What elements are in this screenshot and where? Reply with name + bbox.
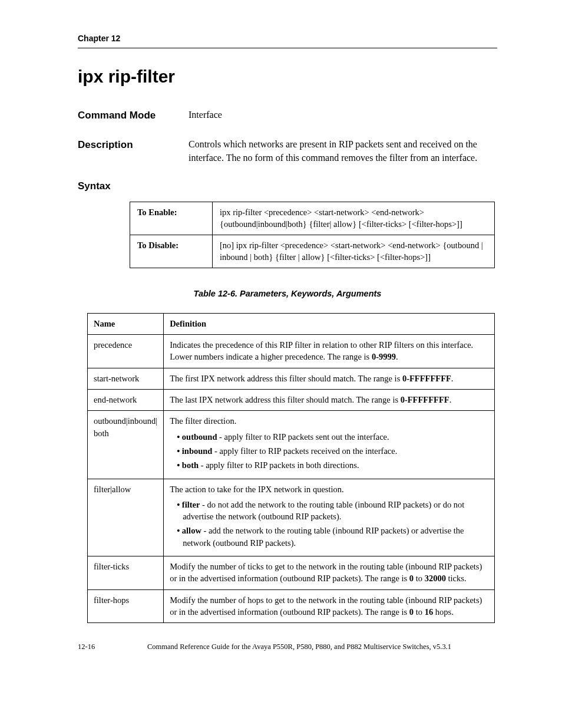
bullet-text: - apply filter to RIP packets received o… — [212, 446, 397, 456]
syntax-table: To Enable: ipx rip-filter <precedence> <… — [130, 202, 495, 268]
bullet-text: - do not add the network to the routing … — [183, 500, 464, 521]
text: The first IPX network address this filte… — [170, 374, 402, 383]
param-name: filter-hops — [88, 589, 164, 623]
bullet-text: - apply filter to RIP packets sent out t… — [217, 432, 389, 442]
bullet-keyword: outbound — [182, 432, 217, 442]
footer-text: Command Reference Guide for the Avaya P5… — [147, 642, 497, 652]
bullet-keyword: inbound — [182, 446, 213, 456]
param-name: filter|allow — [88, 479, 164, 556]
syntax-disable-text: [no] ipx rip-filter <precedence> <start-… — [213, 235, 495, 268]
bullet-item: • both - apply filter to RIP packets in … — [183, 459, 488, 471]
bullet-keyword: both — [182, 460, 199, 470]
param-definition: Modify the number of ticks to get to the… — [164, 556, 495, 590]
text: . — [449, 395, 452, 404]
description-label: Description — [78, 138, 189, 164]
param-name: filter-ticks — [88, 556, 164, 590]
table-header-row: Name Definition — [88, 313, 495, 334]
table-row: filter-hops Modify the number of hops to… — [88, 589, 495, 623]
range-bold: 32000 — [425, 574, 446, 583]
bullet-keyword: allow — [182, 526, 201, 535]
text: Indicates the precedence of this RIP fil… — [170, 340, 473, 361]
text: to — [414, 574, 425, 583]
text: The last IPX network address this filter… — [170, 395, 401, 404]
bullet-item: • filter - do not add the network to the… — [183, 499, 488, 523]
header-rule — [78, 48, 497, 48]
command-mode-section: Command Mode Interface — [78, 108, 497, 123]
bullet-text: - apply filter to RIP packets in both di… — [199, 460, 359, 470]
range-bold: 0 — [409, 607, 414, 617]
text: to — [414, 607, 425, 617]
bullet-icon: • — [177, 526, 182, 535]
table-row: start-network The first IPX network addr… — [88, 368, 495, 389]
bullet-item: • allow - add the network to the routing… — [183, 525, 488, 549]
text: . — [451, 374, 454, 383]
param-definition: Modify the number of hops to get to the … — [164, 589, 495, 623]
param-table: Name Definition precedence Indicates the… — [87, 313, 495, 623]
page-footer: 12-16 Command Reference Guide for the Av… — [78, 642, 497, 652]
table-row: end-network The last IPX network address… — [88, 390, 495, 411]
description-section: Description Controls which networks are … — [78, 138, 497, 164]
range-bold: 0 — [409, 574, 414, 583]
table-row: filter|allow The action to take for the … — [88, 479, 495, 556]
range-bold: 0-FFFFFFFF — [401, 395, 449, 404]
page-title: ipx rip-filter — [78, 65, 497, 89]
param-table-caption: Table 12-6. Parameters, Keywords, Argume… — [78, 288, 497, 300]
command-mode-label: Command Mode — [78, 108, 189, 123]
table-row: filter-ticks Modify the number of ticks … — [88, 556, 495, 590]
param-definition: The filter direction. • outbound - apply… — [164, 411, 495, 479]
param-definition: The last IPX network address this filter… — [164, 390, 495, 411]
bullet-keyword: filter — [182, 500, 200, 509]
bullet-icon: • — [177, 460, 182, 470]
command-mode-value: Interface — [189, 108, 497, 123]
table-row: precedence Indicates the precedence of t… — [88, 335, 495, 368]
range-bold: 16 — [425, 607, 434, 617]
page-header-chapter: Chapter 12 — [78, 33, 497, 44]
syntax-disable-label: To Disable: — [130, 235, 213, 268]
bullet-item: • inbound - apply filter to RIP packets … — [183, 445, 488, 457]
table-row: outbound|inbound| both The filter direct… — [88, 411, 495, 479]
text: . — [396, 352, 398, 361]
param-header-definition: Definition — [164, 313, 495, 334]
bullet-icon: • — [177, 500, 182, 509]
param-definition: The action to take for the IPX network i… — [164, 479, 495, 556]
definition-intro: The action to take for the IPX network i… — [170, 483, 488, 495]
description-text: Controls which networks are present in R… — [189, 138, 497, 164]
text: hops. — [433, 607, 454, 617]
range-bold: 0-9999 — [372, 352, 396, 361]
param-name: start-network — [88, 368, 164, 389]
param-name: outbound|inbound| both — [88, 411, 164, 479]
bullet-item: • outbound - apply filter to RIP packets… — [183, 431, 488, 443]
param-header-name: Name — [88, 313, 164, 334]
bullet-text: - add the network to the routing table (… — [183, 526, 464, 547]
definition-intro: The filter direction. — [170, 415, 488, 427]
syntax-label: Syntax — [78, 180, 497, 193]
table-row: To Disable: [no] ipx rip-filter <precede… — [130, 235, 495, 268]
param-definition: The first IPX network address this filte… — [164, 368, 495, 389]
table-row: To Enable: ipx rip-filter <precedence> <… — [130, 202, 495, 235]
syntax-enable-text: ipx rip-filter <precedence> <start-netwo… — [213, 202, 495, 235]
bullet-icon: • — [177, 446, 182, 456]
bullet-icon: • — [177, 432, 182, 442]
text: ticks. — [446, 574, 467, 583]
page-number: 12-16 — [78, 642, 147, 652]
param-name: precedence — [88, 335, 164, 368]
syntax-enable-label: To Enable: — [130, 202, 213, 235]
range-bold: 0-FFFFFFFF — [402, 374, 451, 383]
param-name: end-network — [88, 390, 164, 411]
param-definition: Indicates the precedence of this RIP fil… — [164, 335, 495, 368]
